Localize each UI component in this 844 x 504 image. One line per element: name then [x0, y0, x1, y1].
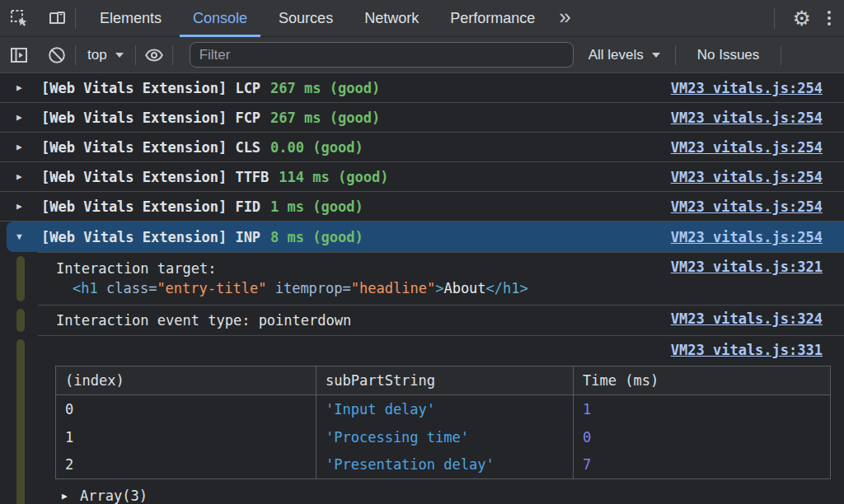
console-row-ttfb[interactable]: ▶ [Web Vitals Extension] TTFB 114 ms (go… [0, 162, 844, 192]
live-expression-eye-icon[interactable] [144, 45, 164, 65]
message-text: [Web Vitals Extension] LCP [41, 80, 260, 96]
table-row: 1 'Processing time' 0 [56, 423, 831, 451]
source-link[interactable]: VM23 vitals.js:254 [671, 169, 823, 185]
table-row: 2 'Presentation delay' 7 [56, 451, 831, 479]
cell-index: 1 [56, 423, 316, 451]
console-table: (index) subPartString Time (ms) 0 'Input… [55, 366, 831, 479]
cell-subpartstring: 'Presentation delay' [316, 451, 574, 479]
source-link[interactable]: VM23 vitals.js:254 [671, 80, 823, 96]
interaction-target-label: Interaction target: [56, 259, 216, 278]
inp-expanded-group: Interaction target: VM23 vitals.js:321 <… [0, 252, 844, 504]
console-row-cls[interactable]: ▶ [Web Vitals Extension] CLS 0.00 (good)… [0, 133, 844, 162]
issues-counter[interactable]: No Issues [684, 47, 773, 63]
cell-index: 2 [56, 451, 316, 479]
expand-triangle-icon[interactable]: ▶ [16, 82, 41, 93]
array-label: Array(3) [80, 488, 148, 504]
console-messages: ▶ [Web Vitals Extension] LCP 267 ms (goo… [0, 73, 844, 504]
table-header-row: (index) subPartString Time (ms) [56, 366, 831, 395]
source-link[interactable]: VM23 vitals.js:321 [671, 259, 823, 275]
log-levels-dropdown[interactable]: All levels [582, 47, 667, 63]
expand-triangle-icon[interactable]: ▶ [62, 491, 80, 502]
timing-table-block: VM23 vitals.js:331 (index) subPartString… [0, 336, 844, 504]
message-text: [Web Vitals Extension] CLS [41, 139, 260, 156]
cell-subpartstring: 'Processing time' [316, 423, 574, 451]
cell-subpartstring: 'Input delay' [316, 395, 574, 423]
collapse-triangle-icon[interactable]: ▼ [16, 231, 41, 242]
header-index[interactable]: (index) [56, 366, 316, 395]
cell-index: 0 [56, 395, 316, 423]
context-selector[interactable]: top [84, 47, 127, 63]
cell-time: 0 [574, 423, 831, 451]
metric-value: 1 ms (good) [270, 198, 363, 215]
source-link[interactable]: VM23 vitals.js:331 [671, 342, 823, 358]
tab-network[interactable]: Network [349, 0, 434, 37]
metric-value: 114 ms (good) [279, 169, 388, 185]
settings-gear-icon[interactable]: ⚙ [783, 8, 821, 29]
console-row-inp-selected[interactable]: ▼ [Web Vitals Extension] INP 8 ms (good)… [7, 222, 844, 252]
cell-time: 1 [574, 395, 831, 423]
divider [75, 45, 76, 65]
console-row-fcp[interactable]: ▶ [Web Vitals Extension] FCP 267 ms (goo… [0, 103, 844, 133]
interaction-event-block: Interaction event type: pointerdown VM23… [0, 306, 844, 335]
tab-elements[interactable]: Elements [84, 0, 177, 37]
source-link[interactable]: VM23 vitals.js:324 [671, 310, 823, 327]
source-link[interactable]: VM23 vitals.js:254 [671, 198, 823, 215]
metric-value: 267 ms (good) [270, 80, 380, 96]
filter-input[interactable] [190, 42, 574, 68]
metric-value: 267 ms (good) [270, 110, 380, 126]
divider [135, 45, 136, 65]
expand-triangle-icon[interactable]: ▶ [16, 112, 41, 123]
expand-triangle-icon[interactable]: ▶ [16, 171, 41, 182]
cell-time: 7 [574, 451, 831, 479]
divider [75, 7, 76, 29]
metric-value: 8 ms (good) [270, 229, 363, 245]
tab-console[interactable]: Console [177, 0, 263, 37]
chevron-down-icon [652, 53, 660, 58]
metric-value: 0.00 (good) [270, 139, 363, 156]
expand-triangle-icon[interactable]: ▶ [16, 201, 41, 212]
expand-triangle-icon[interactable]: ▶ [16, 142, 41, 152]
console-sidebar-toggle-icon[interactable] [9, 45, 29, 65]
interaction-event-label: Interaction event type: pointerdown [56, 310, 351, 330]
console-toolbar: top All levels No Issues [0, 37, 844, 73]
source-link[interactable]: VM23 vitals.js:254 [671, 110, 823, 126]
tab-sources[interactable]: Sources [263, 0, 349, 37]
source-link[interactable]: VM23 vitals.js:254 [671, 139, 823, 156]
console-row-lcp[interactable]: ▶ [Web Vitals Extension] LCP 267 ms (goo… [0, 73, 844, 103]
message-text: [Web Vitals Extension] INP [41, 229, 260, 245]
kebab-menu-icon[interactable] [821, 11, 844, 26]
message-text: [Web Vitals Extension] FCP [41, 110, 260, 126]
array-expander[interactable]: ▶ Array(3) [62, 485, 844, 504]
divider [172, 45, 173, 65]
header-time[interactable]: Time (ms) [574, 366, 831, 395]
divider [675, 45, 676, 65]
html-element-snippet[interactable]: <h1 class="entry-title" itemprop="headli… [73, 278, 844, 298]
table-row: 0 'Input delay' 1 [56, 395, 831, 423]
device-toolbar-icon[interactable] [47, 8, 67, 28]
source-link[interactable]: VM23 vitals.js:254 [671, 229, 823, 245]
header-subpartstring[interactable]: subPartString [316, 366, 574, 395]
interaction-target-block: Interaction target: VM23 vitals.js:321 <… [0, 253, 844, 305]
clear-console-icon[interactable] [47, 45, 67, 65]
console-row-fid[interactable]: ▶ [Web Vitals Extension] FID 1 ms (good)… [0, 192, 844, 222]
message-text: [Web Vitals Extension] FID [41, 198, 260, 215]
more-tabs-icon[interactable]: » [551, 6, 579, 27]
chevron-down-icon [115, 53, 124, 58]
devtools-tabbar: Elements Console Sources Network Perform… [0, 0, 844, 37]
divider [774, 7, 775, 29]
tab-performance[interactable]: Performance [434, 0, 551, 37]
divider [781, 45, 781, 65]
message-text: [Web Vitals Extension] TTFB [41, 169, 269, 185]
inspect-element-icon[interactable] [9, 8, 29, 28]
